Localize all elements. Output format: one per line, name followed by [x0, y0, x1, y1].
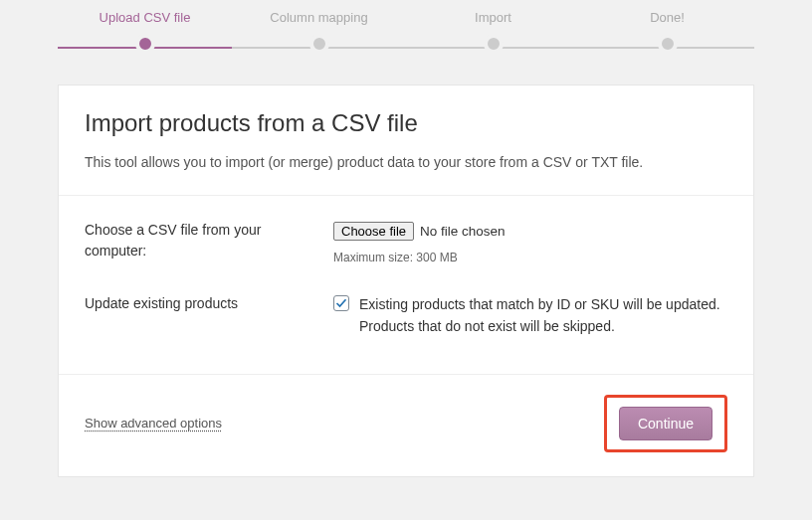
- file-status: No file chosen: [420, 221, 506, 243]
- step-label: Column mapping: [232, 10, 406, 25]
- step-label: Done!: [580, 10, 754, 25]
- card-header: Import products from a CSV file This too…: [59, 86, 753, 196]
- page-title: Import products from a CSV file: [85, 109, 727, 137]
- file-label: Choose a CSV file from your computer:: [85, 220, 333, 266]
- update-existing-checkbox[interactable]: [333, 295, 349, 311]
- import-card: Import products from a CSV file This too…: [58, 85, 754, 477]
- show-advanced-link[interactable]: Show advanced options: [85, 416, 222, 431]
- card-footer: Show advanced options Continue: [59, 374, 753, 476]
- step-import: Import: [406, 10, 580, 59]
- file-picker[interactable]: Choose file No file chosen: [333, 221, 506, 243]
- continue-highlight: Continue: [604, 395, 727, 452]
- step-mapping: Column mapping: [232, 10, 406, 59]
- step-label: Import: [406, 10, 580, 25]
- step-upload: Upload CSV file: [58, 10, 232, 59]
- update-row: Update existing products Existing produc…: [85, 293, 727, 338]
- file-row: Choose a CSV file from your computer: Ch…: [85, 220, 727, 266]
- step-dot-icon: [658, 34, 678, 54]
- progress-stepper: Upload CSV file Column mapping Import Do…: [58, 10, 754, 59]
- card-body: Choose a CSV file from your computer: Ch…: [59, 196, 753, 373]
- step-dot-icon: [484, 34, 504, 54]
- choose-file-button[interactable]: Choose file: [333, 222, 414, 241]
- step-dot-icon: [135, 34, 155, 54]
- update-description: Existing products that match by ID or SK…: [359, 293, 727, 338]
- step-done: Done!: [580, 10, 754, 59]
- page-subtitle: This tool allows you to import (or merge…: [85, 151, 727, 173]
- step-dot-icon: [309, 34, 329, 54]
- step-label: Upload CSV file: [58, 10, 232, 25]
- update-label: Update existing products: [85, 293, 333, 338]
- continue-button[interactable]: Continue: [619, 407, 712, 440]
- checkmark-icon: [335, 297, 347, 309]
- file-size-hint: Maximum size: 300 MB: [333, 249, 727, 267]
